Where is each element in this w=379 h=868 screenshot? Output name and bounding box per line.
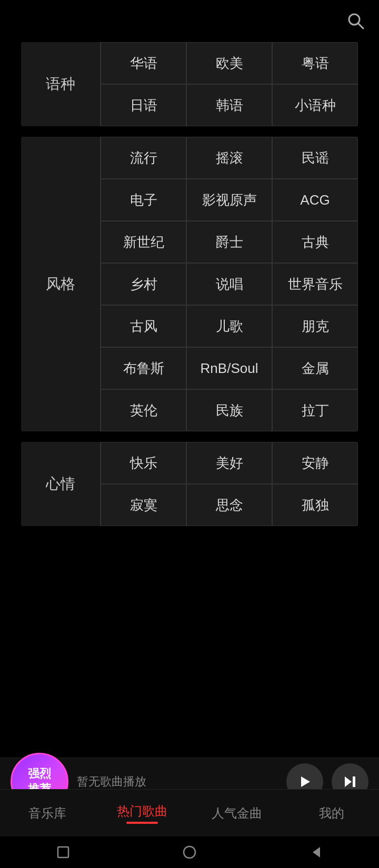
status-bar <box>0 0 379 42</box>
mood-gudu[interactable]: 孤独 <box>272 484 358 526</box>
style-dianzi[interactable]: 电子 <box>101 179 186 221</box>
sys-back-button[interactable] <box>306 843 325 862</box>
system-nav <box>0 836 379 868</box>
lang-item-riyu[interactable]: 日语 <box>101 84 186 126</box>
mood-section: 心情 快乐 美好 安静 寂寞 思念 孤独 <box>21 442 358 526</box>
style-erge[interactable]: 儿歌 <box>186 305 272 347</box>
player-status-text: 暂无歌曲播放 <box>77 774 286 790</box>
style-jueshi[interactable]: 爵士 <box>186 221 272 263</box>
style-lading[interactable]: 拉丁 <box>272 389 358 431</box>
language-section: 语种 华语 欧美 粤语 日语 韩语 小语种 <box>21 42 358 126</box>
nav-library-label: 音乐库 <box>28 805 66 822</box>
nav-item-popular[interactable]: 人气金曲 <box>190 790 284 836</box>
sys-circle-button[interactable] <box>180 843 199 862</box>
nav-hot-label: 热门歌曲 <box>117 803 167 820</box>
svg-marker-3 <box>345 776 352 787</box>
style-yaogn[interactable]: 摇滚 <box>186 137 272 179</box>
mood-label: 心情 <box>21 442 100 526</box>
svg-marker-2 <box>301 776 310 787</box>
lang-item-xiaoyuzhong[interactable]: 小语种 <box>272 84 358 126</box>
mood-anjing[interactable]: 安静 <box>272 442 358 484</box>
style-minyao[interactable]: 民谣 <box>272 137 358 179</box>
style-label: 风格 <box>21 137 100 431</box>
nav-active-underline <box>126 822 158 824</box>
nav-item-hot[interactable]: 热门歌曲 <box>95 790 190 836</box>
mood-jimo[interactable]: 寂寞 <box>101 484 186 526</box>
style-yingshiyuansheng[interactable]: 影视原声 <box>186 179 272 221</box>
search-icon[interactable] <box>345 11 366 34</box>
style-minzu[interactable]: 民族 <box>186 389 272 431</box>
style-xinshiji[interactable]: 新世纪 <box>101 221 186 263</box>
style-gufeng[interactable]: 古风 <box>101 305 186 347</box>
svg-marker-7 <box>313 847 320 857</box>
language-label: 语种 <box>21 42 100 126</box>
language-grid: 华语 欧美 粤语 日语 韩语 小语种 <box>100 42 358 126</box>
nav-mine-label: 我的 <box>319 805 344 822</box>
style-xiangcun[interactable]: 乡村 <box>101 263 186 305</box>
style-section: 风格 流行 摇滚 民谣 电子 影视原声 ACG 新世纪 爵士 古典 乡村 说唱 … <box>21 137 358 431</box>
svg-point-6 <box>184 846 195 858</box>
mood-kuaile[interactable]: 快乐 <box>101 442 186 484</box>
nav-item-library[interactable]: 音乐库 <box>0 790 95 836</box>
style-shijieyin[interactable]: 世界音乐 <box>272 263 358 305</box>
svg-rect-5 <box>58 847 68 857</box>
mood-grid: 快乐 美好 安静 寂寞 思念 孤独 <box>100 442 358 526</box>
style-shuchang[interactable]: 说唱 <box>186 263 272 305</box>
svg-rect-4 <box>353 776 355 787</box>
style-jinshu[interactable]: 金属 <box>272 347 358 389</box>
style-bulusi[interactable]: 布鲁斯 <box>101 347 186 389</box>
main-content: 语种 华语 欧美 粤语 日语 韩语 小语种 风格 流行 摇滚 民谣 电子 影视原… <box>0 42 379 537</box>
style-rnbsoul[interactable]: RnB/Soul <box>186 347 272 389</box>
mood-sinian[interactable]: 思念 <box>186 484 272 526</box>
style-pengke[interactable]: 朋克 <box>272 305 358 347</box>
style-grid: 流行 摇滚 民谣 电子 影视原声 ACG 新世纪 爵士 古典 乡村 说唱 世界音… <box>100 137 358 431</box>
nav-item-mine[interactable]: 我的 <box>284 790 379 836</box>
lang-item-yueyu[interactable]: 粤语 <box>272 42 358 84</box>
badge-line1: 强烈 <box>28 766 51 782</box>
lang-item-hanyu[interactable]: 韩语 <box>186 84 272 126</box>
svg-line-1 <box>358 23 363 28</box>
sys-square-button[interactable] <box>54 843 73 862</box>
mood-meihao[interactable]: 美好 <box>186 442 272 484</box>
style-liuxing[interactable]: 流行 <box>101 137 186 179</box>
nav-popular-label: 人气金曲 <box>212 805 262 822</box>
lang-item-huayu[interactable]: 华语 <box>101 42 186 84</box>
style-yinglun[interactable]: 英伦 <box>101 389 186 431</box>
bottom-nav: 音乐库 热门歌曲 人气金曲 我的 <box>0 789 379 836</box>
style-acg[interactable]: ACG <box>272 179 358 221</box>
style-gudian[interactable]: 古典 <box>272 221 358 263</box>
lang-item-oumei[interactable]: 欧美 <box>186 42 272 84</box>
